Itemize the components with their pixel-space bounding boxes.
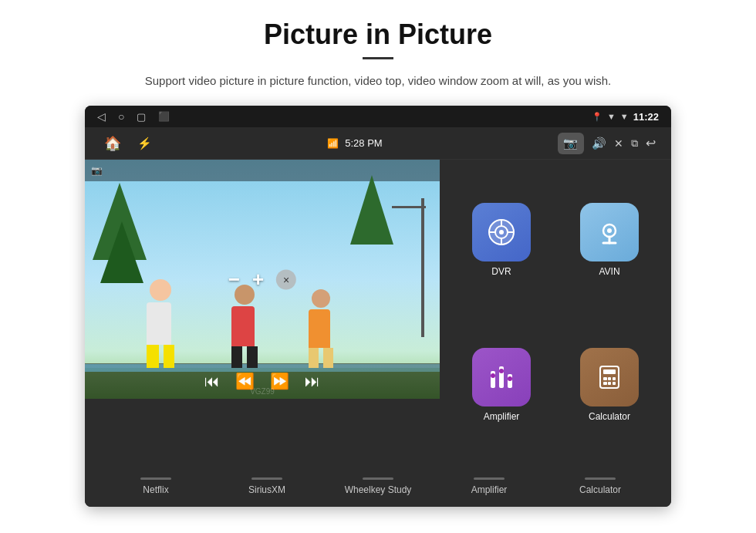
bottom-item-amplifier[interactable]: Amplifier: [451, 477, 528, 495]
wheelkey-label: Wheelkey Study: [345, 484, 412, 495]
pip-camera-icon: 📷: [91, 165, 103, 176]
svg-rect-20: [608, 377, 611, 380]
power-pole-icon: [421, 198, 424, 337]
svg-rect-21: [613, 377, 616, 380]
siriusxm-label: SiriusXM: [248, 484, 285, 495]
amplifier-icon: [484, 360, 518, 394]
netflix-dot: [140, 477, 171, 480]
close-x-icon[interactable]: ✕: [614, 137, 623, 150]
signal-icon: ▼: [620, 112, 629, 121]
dvr-icon-bg: [472, 203, 531, 261]
bottom-item-netflix[interactable]: Netflix: [117, 477, 194, 495]
bottom-item-siriusxm[interactable]: SiriusXM: [228, 477, 305, 495]
pip-close-button[interactable]: ×: [276, 269, 296, 289]
usb-icon: ⚡: [137, 137, 152, 150]
nav-bar: 🏠 ⚡ 📶 5:28 PM 📷 🔊 ✕ ⧉ ↩: [85, 127, 671, 160]
amplifier-dot: [474, 477, 505, 480]
bottom-item-wheelkey[interactable]: Wheelkey Study: [339, 477, 417, 495]
home-circle-icon[interactable]: ○: [118, 110, 124, 123]
pip-window-icon[interactable]: ⧉: [631, 137, 638, 150]
siriusxm-dot: [251, 477, 282, 480]
calculator-bottom-label: Calculator: [579, 484, 621, 495]
calculator-icon-bg: [580, 348, 639, 406]
svg-point-10: [607, 228, 612, 233]
page-wrapper: Picture in Picture Support video picture…: [0, 0, 756, 507]
app-grid-area: DVR AVIN: [440, 160, 671, 465]
bottom-app-bar: Netflix SiriusXM Wheelkey Study Amplifie…: [85, 465, 671, 507]
pip-close-icon: ×: [283, 273, 289, 285]
dvr-label: DVR: [491, 266, 511, 277]
nav-right: 📷 🔊 ✕ ⧉ ↩: [558, 133, 656, 154]
dvr-icon: [486, 217, 517, 248]
nav-center-time: 📶 5:28 PM: [327, 137, 382, 149]
status-bar-right: 📍 ▼ ▼ 11:22: [592, 111, 659, 123]
page-subtitle: Support video picture in picture functio…: [116, 72, 640, 90]
camera-button[interactable]: 📷: [558, 133, 584, 154]
svg-rect-18: [603, 369, 616, 374]
svg-point-2: [499, 230, 504, 234]
amplifier-icon-bg: [472, 348, 531, 406]
avin-icon: [594, 217, 625, 248]
status-bar: ◁ ○ ▢ ⬛ 📍 ▼ ▼ 11:22: [85, 106, 671, 127]
person-2: [231, 285, 258, 371]
wifi-icon: ▼: [607, 112, 616, 121]
svg-rect-23: [608, 382, 611, 385]
netflix-label: Netflix: [143, 484, 168, 495]
location-icon: 📍: [592, 112, 602, 122]
back-icon[interactable]: ◁: [97, 110, 106, 123]
pip-forward-btn[interactable]: ⏭: [305, 373, 320, 390]
pip-rewind-btn[interactable]: ⏮: [204, 373, 220, 390]
power-wire-icon: [392, 206, 426, 208]
avin-icon-bg: [580, 203, 639, 261]
svg-rect-19: [603, 377, 607, 380]
svg-point-14: [491, 373, 495, 378]
amplifier-bottom-label: Amplifier: [471, 484, 508, 495]
tree-right-icon: [350, 175, 393, 245]
main-content: 📷 − + × ⏮ ⏪ ⏩ ⏭ VGZ99: [85, 160, 671, 465]
device-frame: ◁ ○ ▢ ⬛ 📍 ▼ ▼ 11:22 🏠 ⚡ 📶 5:28 PM: [85, 106, 671, 507]
app-amplifier[interactable]: Amplifier: [447, 312, 555, 457]
person-1: [147, 279, 174, 371]
calculator-icon: [594, 362, 625, 393]
svg-point-16: [508, 376, 512, 381]
wheelkey-dot: [363, 477, 393, 480]
watermark: VGZ99: [250, 387, 275, 396]
wifi-nav-icon: 📶: [327, 138, 339, 149]
title-divider: [363, 57, 393, 59]
app-avin[interactable]: AVIN: [555, 167, 663, 312]
calculator-dot: [585, 477, 616, 480]
recents-icon[interactable]: ▢: [137, 111, 146, 123]
avin-label: AVIN: [599, 266, 619, 277]
water-element: [85, 364, 440, 372]
app-calculator[interactable]: Calculator: [555, 312, 663, 457]
page-title: Picture in Picture: [31, 19, 725, 51]
calculator-label: Calculator: [589, 411, 630, 422]
svg-point-15: [499, 369, 504, 373]
tree-left-2-icon: [100, 221, 143, 283]
volume-icon[interactable]: 🔊: [592, 137, 606, 150]
status-bar-left: ◁ ○ ▢ ⬛: [97, 110, 170, 123]
back-nav-icon[interactable]: ↩: [646, 136, 656, 150]
nav-time: 5:28 PM: [345, 137, 382, 149]
clock: 11:22: [633, 111, 659, 123]
person-3: [309, 289, 333, 371]
svg-rect-22: [603, 382, 607, 385]
screenshot-icon[interactable]: ⬛: [158, 111, 170, 122]
home-button[interactable]: 🏠: [100, 131, 125, 156]
amplifier-label: Amplifier: [484, 411, 520, 422]
bottom-item-calculator[interactable]: Calculator: [562, 477, 639, 495]
app-dvr[interactable]: DVR: [447, 167, 555, 312]
svg-rect-24: [613, 382, 616, 385]
pip-video-overlay[interactable]: 📷 − + × ⏮ ⏪ ⏩ ⏭ VGZ99: [85, 160, 440, 399]
nav-left: 🏠 ⚡: [100, 131, 152, 156]
